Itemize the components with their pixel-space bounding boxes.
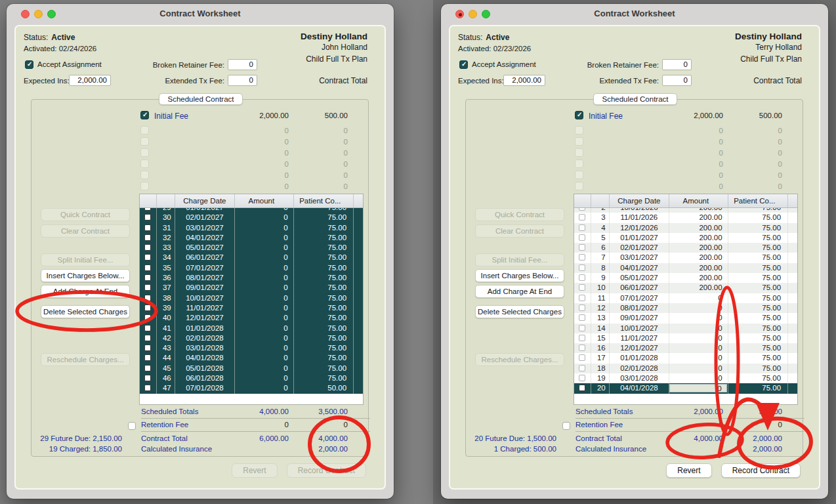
charge-row[interactable]: 33 05/01/2027 0 75.00 [140, 243, 363, 253]
patient-co-cell[interactable]: 75.00 [294, 233, 354, 243]
record-contract-button[interactable]: Record Contract [721, 463, 801, 478]
patient-co-cell[interactable]: 75.00 [294, 213, 354, 222]
row-checkbox[interactable] [579, 335, 585, 341]
amount-cell[interactable]: 0 [235, 373, 293, 383]
header-charge-date[interactable]: Charge Date [175, 194, 235, 207]
patient-co-cell[interactable]: 75.00 [294, 293, 354, 303]
charge-row[interactable]: 40 12/01/2027 0 75.00 [140, 313, 363, 323]
charge-row[interactable]: 32 04/01/2027 0 75.00 [140, 233, 363, 243]
fee-checkbox[interactable] [140, 159, 149, 168]
charge-row[interactable]: 36 08/01/2027 0 75.00 [140, 273, 363, 283]
fee-checkbox[interactable] [140, 111, 149, 119]
amount-cell[interactable]: 0 [235, 223, 293, 233]
amount-cell[interactable]: 0 [669, 343, 728, 353]
charge-row[interactable]: 18 02/01/2028 0 75.00 [574, 364, 797, 373]
patient-co-cell[interactable]: 75.00 [728, 383, 789, 393]
charge-date-cell[interactable]: 04/01/2027 [175, 233, 235, 243]
row-checkbox[interactable] [579, 274, 585, 281]
row-checkbox[interactable] [579, 365, 585, 371]
charge-date-cell[interactable]: 12/01/2026 [610, 223, 669, 233]
charge-date-cell[interactable]: 01/01/2027 [610, 233, 669, 243]
patient-co-cell[interactable]: 75.00 [294, 223, 354, 233]
charge-date-cell[interactable]: 10/01/2027 [610, 324, 669, 333]
charge-row[interactable]: 9 05/01/2027 200.00 75.00 [574, 273, 797, 283]
charge-date-cell[interactable]: 02/01/2028 [175, 333, 235, 343]
row-checkbox[interactable] [579, 375, 585, 381]
patient-co-cell[interactable]: 75.00 [294, 263, 354, 273]
patient-co-cell[interactable]: 50.00 [294, 383, 354, 393]
window-titlebar[interactable]: Contract Worksheet [7, 4, 394, 24]
patient-co-cell[interactable]: 75.00 [728, 373, 788, 383]
patient-co-cell[interactable]: 75.00 [294, 253, 354, 262]
row-checkbox[interactable] [579, 304, 585, 311]
charge-row[interactable]: 17 01/01/2028 0 75.00 [574, 353, 797, 363]
charge-date-cell[interactable]: 04/01/2028 [610, 383, 669, 393]
charge-row[interactable]: 14 10/01/2027 0 75.00 [574, 324, 797, 333]
amount-cell[interactable]: 0 [235, 243, 293, 253]
amount-cell[interactable]: 200.00 [669, 263, 728, 273]
charge-row[interactable]: 35 07/01/2027 0 75.00 [140, 263, 363, 273]
charge-row[interactable]: 38 10/01/2027 0 75.00 [140, 293, 363, 303]
patient-co-cell[interactable]: 75.00 [728, 243, 788, 253]
amount-cell[interactable]: 200.00 [669, 233, 728, 243]
side-action-button[interactable]: Quick Contract [475, 208, 564, 221]
amount-cell[interactable]: 0 [235, 293, 293, 303]
charge-date-cell[interactable]: 04/01/2027 [610, 263, 669, 273]
fee-checkbox[interactable] [575, 137, 583, 146]
side-action-button[interactable]: Delete Selected Charges [475, 305, 564, 318]
patient-co-cell[interactable]: 75.00 [294, 333, 354, 343]
patient-co-cell[interactable]: 75.00 [728, 253, 788, 262]
row-checkbox[interactable] [579, 385, 585, 391]
side-action-button[interactable]: Reschedule Charges... [475, 353, 564, 366]
charge-row[interactable]: 37 09/01/2027 0 75.00 [140, 283, 363, 293]
charge-date-cell[interactable]: 02/01/2027 [175, 213, 235, 222]
row-checkbox[interactable] [144, 264, 151, 271]
charge-date-cell[interactable]: 11/01/2026 [610, 213, 669, 222]
charge-date-cell[interactable]: 10/01/2027 [175, 293, 235, 303]
charge-date-cell[interactable]: 01/01/2028 [610, 353, 669, 363]
amount-cell[interactable]: 200.00 [669, 243, 728, 253]
amount-cell[interactable]: 0 [235, 253, 293, 262]
expected-ins-field[interactable]: 2,000.00 [69, 75, 111, 86]
charge-date-cell[interactable]: 03/01/2027 [610, 253, 669, 262]
patient-co-cell[interactable]: 75.00 [728, 283, 788, 293]
row-checkbox[interactable] [144, 244, 151, 251]
charge-row[interactable]: 10 06/01/2027 200.00 75.00 [574, 283, 797, 293]
amount-cell[interactable]: 0 [235, 273, 293, 283]
header-amount[interactable]: Amount [235, 194, 293, 207]
fee-checkbox[interactable] [575, 148, 583, 157]
patient-co-cell[interactable]: 75.00 [728, 353, 788, 363]
charge-row[interactable]: 2 10/01/2026 200.00 75.00 [574, 208, 797, 213]
amount-cell[interactable]: 0 [235, 303, 293, 313]
amount-cell[interactable]: 0 [235, 263, 293, 273]
charge-row[interactable]: 47 07/01/2028 0 50.00 [140, 383, 363, 393]
charge-date-cell[interactable]: 03/01/2028 [610, 373, 669, 383]
fee-checkbox[interactable] [575, 111, 583, 119]
charge-date-cell[interactable]: 06/01/2027 [175, 253, 235, 262]
amount-cell[interactable]: 0 [235, 353, 293, 363]
charge-row[interactable]: 11 07/01/2027 0 75.00 [574, 293, 797, 303]
accept-assignment-checkbox[interactable] [459, 60, 468, 69]
side-action-button[interactable]: Clear Contract [475, 224, 564, 238]
charge-row[interactable]: 46 06/01/2028 0 75.00 [140, 373, 363, 383]
charge-row[interactable]: 34 06/01/2027 0 75.00 [140, 253, 363, 262]
charge-row[interactable]: 13 09/01/2027 0 75.00 [574, 313, 797, 323]
patient-co-cell[interactable]: 75.00 [728, 223, 788, 233]
amount-cell[interactable]: 0 [669, 324, 728, 333]
row-checkbox[interactable] [144, 325, 151, 331]
patient-co-cell[interactable]: 75.00 [294, 208, 354, 213]
charge-date-cell[interactable]: 08/01/2027 [610, 303, 669, 313]
row-checkbox[interactable] [144, 365, 151, 371]
row-checkbox[interactable] [579, 314, 585, 321]
amount-cell[interactable]: 0 [669, 353, 728, 363]
row-checkbox[interactable] [579, 284, 585, 291]
header-amount[interactable]: Amount [669, 194, 728, 207]
charge-date-cell[interactable]: 12/01/2027 [175, 313, 235, 323]
revert-button[interactable]: Revert [666, 463, 711, 478]
charge-row[interactable]: 5 01/01/2027 200.00 75.00 [574, 233, 797, 243]
scheduled-contract-tab[interactable]: Scheduled Contract [593, 93, 677, 105]
amount-cell[interactable]: 200.00 [669, 223, 728, 233]
side-action-button[interactable]: Quick Contract [41, 208, 130, 221]
charge-row[interactable]: 39 11/01/2027 0 75.00 [140, 303, 363, 313]
charge-date-cell[interactable]: 06/01/2027 [610, 283, 669, 293]
